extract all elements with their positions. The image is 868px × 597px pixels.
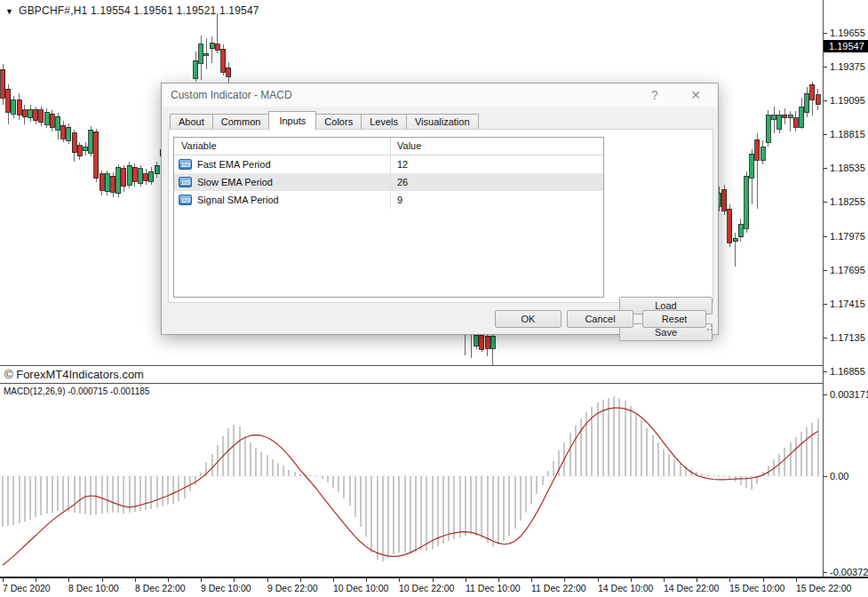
histogram-bar	[172, 476, 174, 504]
histogram-bar	[260, 452, 262, 477]
close-icon[interactable]: ✕	[686, 87, 705, 103]
time-axis-tick	[366, 578, 367, 582]
macd-indicator-chart[interactable]	[0, 384, 823, 577]
help-icon[interactable]: ?	[645, 87, 665, 103]
histogram-bar	[569, 433, 571, 476]
histogram-bar	[354, 476, 356, 517]
histogram-bar	[315, 475, 317, 476]
bear-candle	[94, 131, 99, 178]
histogram-bar	[255, 448, 257, 476]
cancel-button[interactable]: Cancel	[567, 310, 633, 328]
bear-candle	[221, 49, 226, 72]
symbol-ohlc-text: GBPCHF#,H1 1.19554 1.19561 1.19521 1.195…	[19, 4, 259, 17]
tab-about[interactable]: About	[170, 114, 213, 130]
histogram-bar	[167, 476, 169, 505]
bull-candle	[89, 130, 93, 153]
histogram-bar	[740, 476, 742, 485]
histogram-bar	[239, 426, 241, 476]
parameter-value[interactable]: 12	[391, 159, 603, 170]
bull-candle	[750, 154, 754, 178]
histogram-bar	[784, 448, 785, 476]
tab-common[interactable]: Common	[212, 114, 270, 130]
chevron-down-icon[interactable]: ▼	[5, 7, 13, 16]
ok-button[interactable]: OK	[495, 310, 561, 328]
histogram-bar	[101, 476, 103, 513]
time-axis-label: 10 Dec 22:00	[399, 583, 454, 593]
time-axis-tick	[68, 578, 69, 582]
time-axis-tick	[234, 578, 235, 582]
bear-candle	[816, 95, 820, 104]
price-axis-tick	[824, 236, 827, 237]
bull-candle	[28, 109, 33, 118]
time-axis-tick	[135, 578, 136, 582]
resize-grip[interactable]	[706, 322, 714, 330]
time-axis-label: 8 Dec 10:00	[68, 583, 119, 593]
histogram-bar	[272, 459, 274, 476]
histogram-bar	[29, 476, 31, 520]
histogram-bar	[580, 418, 582, 476]
histogram-bar	[19, 476, 20, 523]
histogram-bar	[426, 476, 427, 551]
time-axis[interactable]: 7 Dec 20208 Dec 10:008 Dec 22:009 Dec 10…	[0, 578, 868, 597]
histogram-bar	[547, 471, 549, 476]
histogram-bar	[322, 476, 323, 479]
histogram-bar	[646, 428, 648, 477]
price-axis-label: 1.19375	[830, 61, 865, 72]
time-axis-tick	[333, 578, 334, 582]
macd-axis-tick	[824, 572, 827, 573]
histogram-bar	[575, 426, 577, 476]
histogram-bar	[404, 476, 406, 553]
bear-candle	[100, 174, 104, 190]
inputs-table[interactable]: Variable Value 123Fast EMA Period12123Sl…	[173, 137, 604, 298]
histogram-bar	[117, 476, 119, 513]
histogram-bar	[46, 476, 48, 513]
time-axis-tick	[697, 578, 697, 582]
parameter-value[interactable]: 9	[391, 195, 603, 205]
price-axis[interactable]: 1.196551.193751.190951.188151.185351.182…	[824, 0, 868, 577]
time-axis-tick	[598, 578, 599, 582]
tab-inputs[interactable]: Inputs	[268, 111, 316, 130]
histogram-bar	[817, 418, 819, 476]
bull-candle	[474, 335, 479, 346]
dialog-titlebar[interactable]: Custom Indicator - MACD ? ✕	[162, 84, 718, 107]
histogram-bar	[24, 476, 26, 521]
macd-axis-label: 0.003171	[830, 389, 868, 400]
tab-levels[interactable]: Levels	[361, 114, 407, 130]
parameter-value[interactable]: 26	[391, 177, 603, 187]
histogram-bar	[195, 476, 196, 485]
histogram-bar	[12, 476, 14, 525]
histogram-bar	[520, 476, 522, 521]
histogram-bar	[410, 476, 411, 553]
reset-button[interactable]: Reset	[642, 310, 706, 328]
table-row[interactable]: 123Fast EMA Period12	[174, 155, 603, 173]
price-axis-tick	[824, 371, 827, 372]
histogram-bar	[277, 463, 279, 476]
time-axis-label: 7 Dec 2020	[3, 583, 51, 593]
column-header-variable: Variable	[174, 138, 391, 155]
histogram-bar	[437, 476, 439, 546]
table-row[interactable]: 123Signal SMA Period9	[174, 191, 603, 209]
custom-indicator-dialog: Custom Indicator - MACD ? ✕ AboutCommonI…	[161, 83, 719, 335]
bear-candle	[122, 169, 126, 187]
table-header: Variable Value	[174, 138, 603, 155]
histogram-bar	[673, 459, 675, 476]
histogram-bar	[244, 436, 246, 476]
time-axis-label: 14 Dec 10:00	[598, 583, 653, 593]
histogram-bar	[112, 476, 114, 513]
tab-colors[interactable]: Colors	[315, 114, 362, 130]
bull-candle	[194, 60, 198, 78]
table-row[interactable]: 123Slow EMA Period26	[174, 173, 603, 191]
histogram-bar	[227, 428, 229, 476]
histogram-bar	[745, 476, 747, 488]
numeric-parameter-icon: 123	[179, 159, 192, 170]
histogram-bar	[370, 476, 372, 553]
bear-candle	[144, 174, 148, 180]
histogram-bar	[393, 476, 394, 554]
histogram-bar	[453, 476, 455, 539]
tab-visualization[interactable]: Visualization	[406, 114, 479, 130]
bear-candle	[72, 133, 76, 153]
dialog-tabs: AboutCommonInputsColorsLevelsVisualizati…	[170, 111, 478, 130]
bear-candle	[111, 176, 115, 192]
bull-candle	[800, 107, 804, 127]
histogram-bar	[625, 401, 626, 476]
